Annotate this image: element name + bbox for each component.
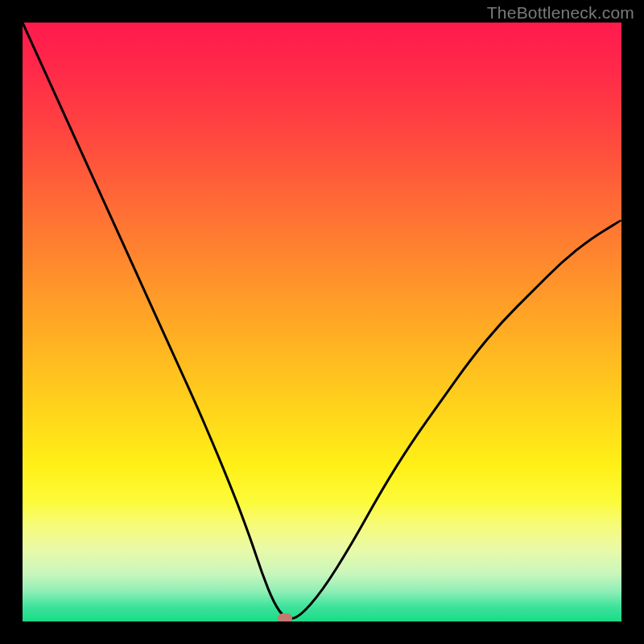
optimal-point-marker xyxy=(278,613,292,621)
plot-area xyxy=(23,23,621,621)
bottleneck-curve xyxy=(23,23,621,621)
watermark-text: TheBottleneck.com xyxy=(487,3,634,23)
chart-frame: TheBottleneck.com xyxy=(0,0,644,644)
